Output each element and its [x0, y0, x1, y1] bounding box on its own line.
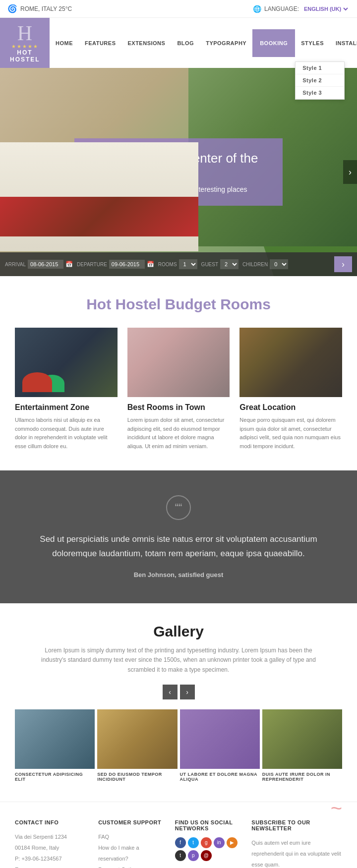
location-icon: 🌀: [7, 4, 17, 13]
nav-features[interactable]: FEATURES: [79, 29, 121, 57]
logo-name: HOT HOSTEL: [10, 49, 40, 63]
booking-submit-button[interactable]: ›: [334, 256, 352, 272]
gallery-caption-4: DUIS AUTE IRURE DOLOR IN REPREHENDERIT: [262, 772, 342, 782]
location-area: 🌀 ROME, ITALY 25°C: [7, 4, 72, 13]
footer-contact-col: CONTACT INFO Via dei Serpenti 1234 00184…: [15, 819, 88, 868]
feature-title-1: Entertainment Zone: [15, 403, 118, 412]
footer-newsletter-col: SUBSCRIBE TO OUR NEWSLETTER Quis autem v…: [251, 819, 342, 868]
main-nav: HOME FEATURES EXTENSIONS BLOG TYPOGRAPHY…: [50, 18, 357, 68]
social-twitter[interactable]: t: [188, 837, 199, 848]
gallery-grid: CONSECTETUR ADIPISICING ELIT SED DO EIUS…: [15, 709, 342, 782]
contact-heading: CONTACT INFO: [15, 819, 88, 825]
support-reservation[interactable]: How do I make a reservation?: [98, 842, 165, 864]
contact-address: Via dei Serpenti 1234: [15, 831, 88, 842]
logo[interactable]: H ★★★★★ HOT HOSTEL: [0, 18, 50, 68]
features-title: Hot Hostel Budget Rooms: [15, 296, 342, 313]
booking-rooms-field: Rooms 123: [158, 259, 197, 269]
nav-styles-area: STYLES Style 1 Style 2 Style 3: [295, 29, 330, 57]
social-google[interactable]: g: [201, 837, 212, 848]
features-title-suffix: Budget Rooms: [161, 296, 271, 312]
departure-label: Departure: [77, 262, 107, 267]
header: H ★★★★★ HOT HOSTEL HOME FEATURES EXTENSI…: [0, 18, 357, 68]
gallery-item-1: CONSECTETUR ADIPISICING ELIT: [15, 709, 95, 782]
gallery-thumb-3[interactable]: [180, 709, 260, 769]
gallery-thumb-2[interactable]: [97, 709, 177, 769]
rooms-label: Rooms: [158, 262, 177, 267]
rooms-select[interactable]: 123: [179, 259, 197, 269]
hero-next-button[interactable]: ›: [343, 160, 357, 184]
gallery-item-2: SED DO EIUSMOD TEMPOR INCIDIDUNT: [97, 709, 177, 782]
newsletter-heading: SUBSCRIBE TO OUR NEWSLETTER: [251, 819, 342, 831]
feature-image-3: [239, 328, 342, 397]
social-icons-group: f t g in ▶ t p @: [175, 837, 242, 861]
location-text: ROME, ITALY 25°C: [20, 5, 72, 12]
gallery-item-4: DUIS AUTE IRURE DOLOR IN REPREHENDERIT: [262, 709, 342, 782]
nav-home[interactable]: HOME: [50, 29, 79, 57]
gallery-item-3: UT LABORE ET DOLORE MAGNA ALIQUA: [180, 709, 260, 782]
children-select[interactable]: 012: [270, 259, 288, 269]
features-title-accent: Hostel: [115, 296, 161, 312]
nav-extensions[interactable]: EXTENSIONS: [121, 29, 171, 57]
nav-blog[interactable]: BLOG: [171, 29, 200, 57]
calendar-icon-departure[interactable]: 📅: [147, 261, 154, 268]
feature-image-2: [127, 328, 230, 397]
social-pinterest[interactable]: p: [188, 850, 199, 861]
guest-label: Guest: [201, 262, 218, 267]
footer-support-col: CUSTOMER SUPPORT FAQ How do I make a res…: [98, 819, 165, 868]
feature-card-3: Great Location Neque porro quisquam est,…: [239, 328, 342, 451]
language-select[interactable]: ENGLISH (UK): [302, 5, 350, 12]
gallery-caption-3: UT LABORE ET DOLORE MAGNA ALIQUA: [180, 772, 260, 782]
nav-typography[interactable]: TYPOGRAPHY: [200, 29, 252, 57]
gallery-thumb-4[interactable]: [262, 709, 342, 769]
styles-dropdown-menu: Style 1 Style 2 Style 3: [295, 61, 345, 100]
booking-departure-field: Departure 📅: [77, 260, 154, 269]
logo-stars: ★★★★★: [10, 44, 40, 49]
footer-social-col: FIND US ON SOCIAL NETWORKS f t g in ▶ t …: [175, 819, 242, 868]
booking-guest-field: Guest 213: [201, 259, 238, 269]
newsletter-text: Quis autem vel eum iure reprehenderit qu…: [251, 837, 342, 868]
gallery-caption-2: SED DO EIUSMOD TEMPOR INCIDIDUNT: [97, 772, 177, 782]
gallery-title: Gallery: [15, 623, 342, 640]
gallery-navigation: ‹ ›: [15, 685, 342, 699]
style-1[interactable]: Style 1: [296, 62, 344, 74]
social-linkedin[interactable]: in: [214, 837, 225, 848]
gallery-prev-button[interactable]: ‹: [163, 685, 178, 699]
children-label: Children: [242, 262, 268, 267]
feature-card-2: Best Rooms in Town Lorem ipsum dolor sit…: [127, 328, 230, 451]
social-heading: FIND US ON SOCIAL NETWORKS: [175, 819, 242, 831]
support-faq[interactable]: FAQ: [98, 831, 165, 842]
features-title-prefix: Hot: [86, 296, 115, 312]
style-3[interactable]: Style 3: [296, 87, 344, 99]
nav-installation[interactable]: INSTALLATION: [330, 29, 357, 57]
language-area: 🌐 LANGUAGE: ENGLISH (UK): [253, 5, 350, 13]
social-facebook[interactable]: f: [175, 837, 186, 848]
social-tumblr[interactable]: t: [175, 850, 186, 861]
arrival-input[interactable]: [28, 260, 63, 269]
support-payment[interactable]: Payment Options: [98, 864, 165, 868]
style-2[interactable]: Style 2: [296, 74, 344, 87]
hero-bed-runner: [0, 197, 198, 236]
gallery-section: Gallery Lorem Ipsum is simply dummy text…: [0, 603, 357, 802]
feature-desc-3: Neque porro quisquam est, qui dolorem ip…: [239, 416, 342, 451]
gallery-caption-1: CONSECTETUR ADIPISICING ELIT: [15, 772, 95, 782]
booking-arrival-field: Arrival 📅: [5, 260, 73, 269]
gallery-description: Lorem Ipsum is simply dummy text of the …: [40, 646, 317, 675]
arrival-label: Arrival: [5, 262, 26, 267]
gallery-next-button[interactable]: ›: [180, 685, 195, 699]
departure-input[interactable]: [109, 260, 145, 269]
testimonial-author: Ben Johnson, satisfied guest: [30, 571, 327, 579]
nav-booking[interactable]: BOOKING: [252, 29, 295, 57]
social-email[interactable]: @: [201, 850, 212, 861]
testimonial-text: Sed ut perspiciatis unde omnis iste natu…: [30, 532, 327, 561]
contact-phone: P: +39-06-1234567: [15, 853, 88, 864]
footer-main: CONTACT INFO Via dei Serpenti 1234 00184…: [0, 802, 357, 868]
feature-title-3: Great Location: [239, 403, 342, 412]
nav-styles[interactable]: STYLES: [295, 29, 330, 57]
feature-title-2: Best Rooms in Town: [127, 403, 230, 412]
feature-image-1: [15, 328, 118, 397]
social-youtube[interactable]: ▶: [227, 837, 238, 848]
guest-select[interactable]: 213: [220, 259, 238, 269]
contact-email[interactable]: E: info@hotjoomlatemplates.com: [15, 864, 88, 868]
calendar-icon-arrival[interactable]: 📅: [65, 261, 73, 268]
gallery-thumb-1[interactable]: [15, 709, 95, 769]
